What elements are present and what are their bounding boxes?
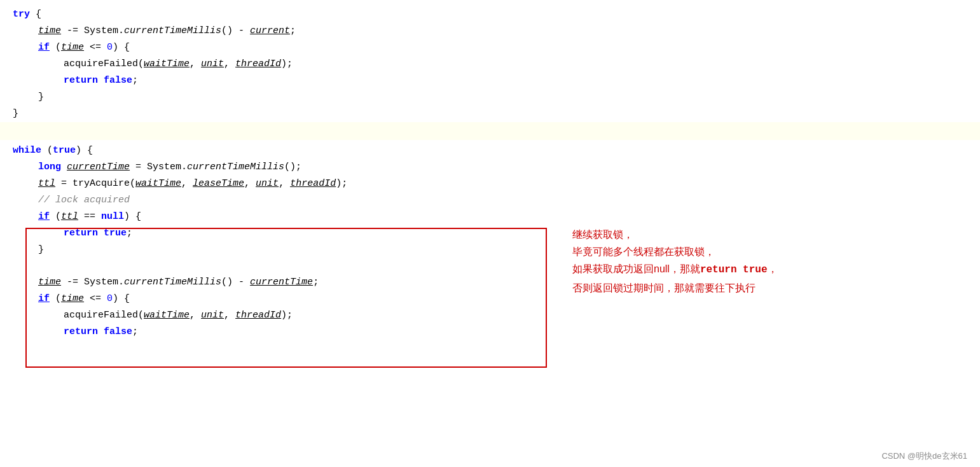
annotation-text: 继续获取锁， 毕竟可能多个线程都在获取锁， 如果获取成功返回null，那就ret… bbox=[572, 226, 778, 296]
empty-line bbox=[0, 258, 980, 274]
code-line-while: while ( true ) { bbox=[0, 143, 980, 159]
code-line: long currentTime = System. currentTimeMi… bbox=[0, 159, 980, 176]
code-line-if-time2: if ( time <= 0 ) { bbox=[0, 291, 980, 307]
code-line-if-ttl: if ( ttl == null ) { bbox=[0, 209, 980, 225]
code-line-return-true: return true ; bbox=[0, 225, 980, 242]
code-container: try { time -= System. currentTimeMillis … bbox=[0, 0, 980, 467]
highlight-separator bbox=[0, 122, 980, 140]
keyword-while: while bbox=[13, 143, 41, 158]
code-line: try { bbox=[0, 6, 980, 23]
code-line-close-if: } bbox=[0, 242, 980, 258]
watermark: CSDN @明快de玄米61 bbox=[881, 450, 967, 462]
code-line: acquireFailed( waitTime , unit , threadI… bbox=[0, 56, 980, 73]
code-line-acquire-failed2: acquireFailed( waitTime , unit , threadI… bbox=[0, 307, 980, 324]
code-line: return false ; bbox=[0, 73, 980, 89]
code-line: } bbox=[0, 89, 980, 106]
code-line: if ( time <= 0 ) { bbox=[0, 39, 980, 56]
code-line: } bbox=[0, 106, 980, 122]
code-line-ttl: ttl = tryAcquire( waitTime , leaseTime ,… bbox=[0, 176, 980, 192]
keyword-try: try bbox=[13, 7, 30, 22]
code-line-time: time -= System. currentTimeMillis () - c… bbox=[0, 274, 980, 291]
code-line-comment: // lock acquired bbox=[0, 192, 980, 209]
code-line-return-false2: return false ; bbox=[0, 324, 980, 340]
code-line: time -= System. currentTimeMillis () - c… bbox=[0, 23, 980, 39]
